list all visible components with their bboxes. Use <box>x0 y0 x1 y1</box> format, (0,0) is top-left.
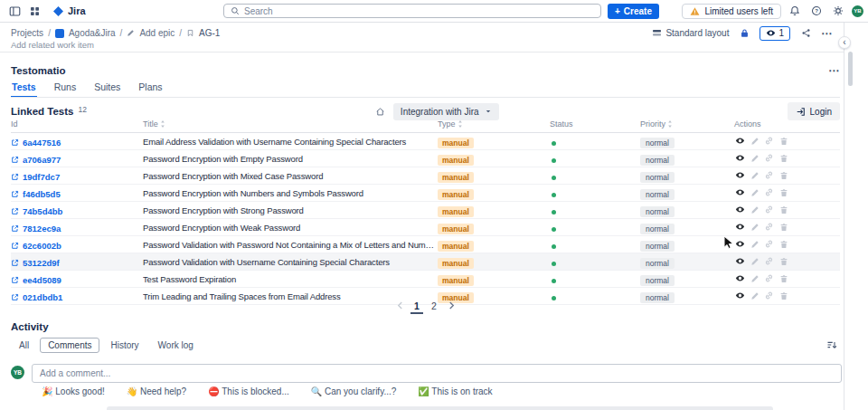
test-id-link[interactable]: a706a977 <box>23 155 61 165</box>
delete-test-button[interactable] <box>778 205 789 216</box>
link-test-button[interactable] <box>763 136 775 148</box>
activity-tab-history[interactable]: History <box>102 338 146 353</box>
share-button[interactable] <box>797 25 814 42</box>
table-row[interactable]: 74b5d4bbPassword Encryption with Strong … <box>11 202 840 219</box>
collapse-panel-button[interactable]: ‹ <box>838 36 851 49</box>
test-id-link[interactable]: ee4d5089 <box>23 275 61 285</box>
test-id-link[interactable]: 6a447516 <box>23 138 61 148</box>
more-actions-button[interactable]: ⋯ <box>821 27 833 40</box>
next-page-button[interactable] <box>445 299 458 314</box>
link-test-button[interactable] <box>763 256 775 268</box>
notifications-button[interactable] <box>787 3 803 19</box>
delete-test-button[interactable] <box>778 170 789 182</box>
tab-plans[interactable]: Plans <box>137 81 163 98</box>
restrictions-button[interactable] <box>736 25 752 42</box>
delete-test-button[interactable] <box>778 239 789 251</box>
breadcrumb-project[interactable]: Agoda&Jira <box>69 28 116 38</box>
user-avatar[interactable]: YB <box>852 5 863 17</box>
edit-test-button[interactable] <box>749 256 760 268</box>
quick-reply-chip[interactable]: 🔍 Can you clarify...? <box>311 386 397 396</box>
view-test-button[interactable] <box>734 273 746 285</box>
link-test-button[interactable] <box>763 170 775 182</box>
login-button[interactable]: Login <box>788 102 840 120</box>
table-row[interactable]: 6a447516Email Address Validation with Us… <box>11 133 840 150</box>
delete-test-button[interactable] <box>778 256 789 268</box>
edit-test-button[interactable] <box>749 239 760 251</box>
scrollbar-thumb[interactable] <box>848 52 853 86</box>
quick-reply-chip[interactable]: 🎉 Looks good! <box>42 386 105 396</box>
breadcrumb-projects[interactable]: Projects <box>11 28 43 38</box>
delete-test-button[interactable] <box>778 187 789 199</box>
previous-page-button[interactable] <box>393 299 406 314</box>
page-1-button[interactable]: 1 <box>410 299 423 314</box>
test-id-link[interactable]: 53122d9f <box>23 258 60 268</box>
activity-tab-all[interactable]: All <box>11 338 37 353</box>
test-id-link[interactable]: 7812ec9a <box>23 224 61 234</box>
comment-input[interactable]: Add a comment... <box>32 364 842 383</box>
edit-test-button[interactable] <box>749 153 760 165</box>
app-switcher-button[interactable] <box>25 2 43 20</box>
sort-order-button[interactable] <box>824 337 840 353</box>
tab-suites[interactable]: Suites <box>93 81 121 98</box>
edit-test-button[interactable] <box>749 187 760 199</box>
help-button[interactable]: ? <box>808 3 825 19</box>
activity-tab-work-log[interactable]: Work log <box>150 338 202 353</box>
delete-test-button[interactable] <box>778 222 789 234</box>
view-test-button[interactable] <box>734 153 746 165</box>
table-row[interactable]: ee4d5089Test Password Expirationmanualno… <box>11 271 840 288</box>
sidebar-toggle-button[interactable] <box>5 2 24 20</box>
settings-button[interactable] <box>830 3 846 19</box>
test-id-link[interactable]: 74b5d4bb <box>23 206 62 216</box>
table-row[interactable]: f46db5d5Password Encryption with Numbers… <box>11 185 840 202</box>
edit-test-button[interactable] <box>749 205 760 216</box>
delete-test-button[interactable] <box>778 273 789 285</box>
page-2-button[interactable]: 2 <box>428 299 440 314</box>
tab-runs[interactable]: Runs <box>53 81 78 98</box>
jira-home-link[interactable]: Jira <box>52 5 86 17</box>
column-header-priority[interactable]: Priority <box>640 119 734 133</box>
view-test-button[interactable] <box>734 187 746 199</box>
delete-test-button[interactable] <box>778 153 789 165</box>
test-id-link[interactable]: 19df7dc7 <box>23 172 60 182</box>
home-icon[interactable] <box>375 107 385 117</box>
search-input[interactable]: Search <box>223 4 601 18</box>
table-row[interactable]: 62c6002bPassword Validation with Passwor… <box>11 236 840 253</box>
link-test-button[interactable] <box>763 187 775 199</box>
table-row[interactable]: 7812ec9aPassword Encryption with Weak Pa… <box>11 219 840 236</box>
watch-button[interactable]: 1 <box>760 26 790 41</box>
view-test-button[interactable] <box>734 222 746 234</box>
table-row[interactable]: 53122d9fPassword Validation with Usernam… <box>11 253 840 271</box>
activity-tab-comments[interactable]: Comments <box>40 338 99 353</box>
link-test-button[interactable] <box>763 205 775 216</box>
view-test-button[interactable] <box>734 136 746 148</box>
link-test-button[interactable] <box>763 153 775 165</box>
edit-test-button[interactable] <box>749 170 760 182</box>
breadcrumb-issue-key[interactable]: AG-1 <box>199 28 220 38</box>
create-button[interactable]: + Create <box>608 4 659 19</box>
link-test-button[interactable] <box>763 273 775 285</box>
column-header-type[interactable]: Type <box>438 119 550 133</box>
quick-reply-chip[interactable]: ✅ This is on track <box>418 386 492 396</box>
test-id-link[interactable]: 62c6002b <box>23 241 61 251</box>
table-row[interactable]: a706a977Password Encryption with Empty P… <box>11 150 840 167</box>
table-row[interactable]: 19df7dc7Password Encryption with Mixed C… <box>11 167 840 185</box>
view-test-button[interactable] <box>734 239 746 251</box>
layout-button[interactable]: Standard layout <box>652 28 729 38</box>
view-test-button[interactable] <box>734 256 746 268</box>
view-test-button[interactable] <box>734 170 746 182</box>
edit-test-button[interactable] <box>749 136 760 148</box>
tab-tests[interactable]: Tests <box>11 81 37 98</box>
edit-test-button[interactable] <box>749 222 760 234</box>
breadcrumb-add-epic[interactable]: Add epic <box>139 28 175 38</box>
edit-test-button[interactable] <box>749 273 760 285</box>
integration-dropdown[interactable]: Integration with Jira <box>393 103 499 120</box>
link-test-button[interactable] <box>763 222 775 234</box>
column-header-title[interactable]: Title <box>143 119 438 133</box>
link-test-button[interactable] <box>763 239 775 251</box>
delete-test-button[interactable] <box>778 136 789 148</box>
quick-reply-chip[interactable]: 👋 Need help? <box>127 386 186 396</box>
testomatio-more-button[interactable]: ⋯ <box>828 64 840 77</box>
view-test-button[interactable] <box>734 205 746 216</box>
test-id-link[interactable]: f46db5d5 <box>23 189 61 199</box>
limited-users-button[interactable]: Limited users left <box>682 4 781 19</box>
